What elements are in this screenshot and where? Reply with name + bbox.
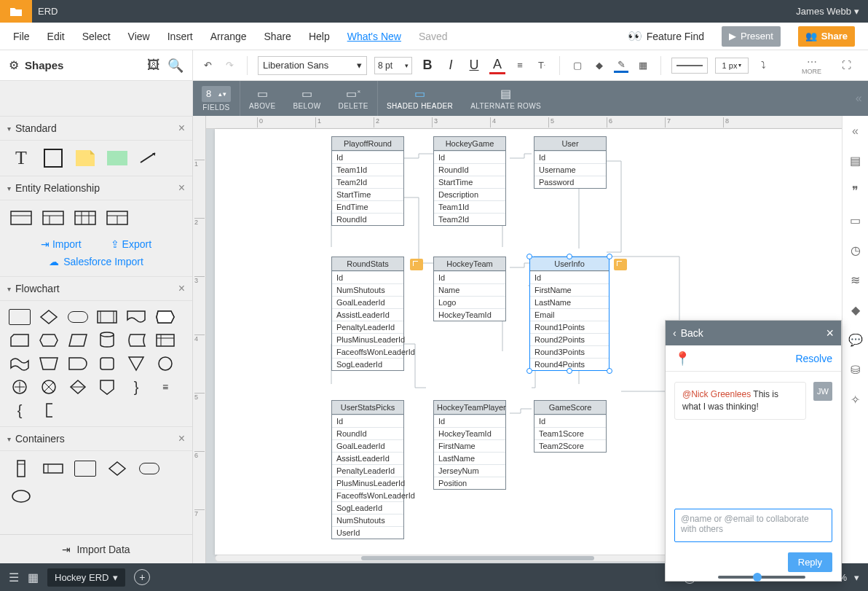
menu-help[interactable]: Help xyxy=(309,31,330,42)
block-shape[interactable] xyxy=(106,149,128,167)
group-flowchart[interactable]: ▾Flowchart× xyxy=(0,276,192,301)
fc-collate[interactable] xyxy=(96,355,118,372)
entity-field[interactable]: Round3Points xyxy=(530,345,609,358)
close-icon[interactable]: × xyxy=(178,432,185,445)
entity-field[interactable]: NumShutouts xyxy=(332,283,403,296)
entity-field[interactable]: Id xyxy=(534,415,606,427)
menu-file[interactable]: File xyxy=(13,31,30,42)
font-size-select[interactable]: 8 pt ▾ xyxy=(374,57,412,74)
entity-field[interactable]: GoalLeaderId xyxy=(332,439,403,452)
shaded-header[interactable]: ▭ SHADED HEADER xyxy=(378,81,462,116)
redo-icon[interactable]: ↷ xyxy=(222,58,237,73)
menu-select[interactable]: Select xyxy=(82,31,111,42)
entity-field[interactable]: Id xyxy=(434,271,505,283)
menu-share[interactable]: Share xyxy=(264,31,291,42)
fc-sum[interactable] xyxy=(9,378,31,396)
fc-or[interactable] xyxy=(38,378,60,396)
entity-field[interactable]: FirstName xyxy=(434,439,505,452)
entity-user[interactable]: User IdUsernamePassword xyxy=(534,136,607,189)
entity-field[interactable]: RoundId xyxy=(332,427,403,439)
user-menu[interactable]: James Webb ▾ xyxy=(796,6,859,17)
underline-button[interactable]: U xyxy=(466,58,482,73)
font-select[interactable]: Liberation Sans ▾ xyxy=(258,56,367,75)
layers-icon[interactable]: ≋ xyxy=(851,273,860,287)
line-style-select[interactable] xyxy=(671,58,708,74)
salesforce-import[interactable]: ☁Salesforce Import xyxy=(49,256,143,267)
entity-userstatspicks[interactable]: UserStatsPicks IdRoundIdGoalLeaderIdAssi… xyxy=(331,400,404,539)
entity-hockeyteamplayer[interactable]: HockeyTeamPlayer IdHockeyTeamIdFirstName… xyxy=(433,400,506,490)
group-containers[interactable]: ▾Containers× xyxy=(0,426,192,451)
share-button[interactable]: 👥 Share xyxy=(798,26,855,47)
fc-predef[interactable] xyxy=(96,308,118,326)
entity-field[interactable]: JerseyNum xyxy=(434,464,505,477)
entity-field[interactable]: Id xyxy=(434,415,505,427)
entity-field[interactable]: LastName xyxy=(434,452,505,464)
alternate-rows[interactable]: ▤ ALTERNATE ROWS xyxy=(462,81,550,116)
fc-internal[interactable] xyxy=(154,332,176,349)
entity-field[interactable]: EndTime xyxy=(332,200,403,213)
list-view-icon[interactable]: ☰ xyxy=(9,571,19,584)
collapse-dock-icon[interactable]: « xyxy=(852,125,859,138)
entity-field[interactable]: LastName xyxy=(530,296,609,308)
reply-input[interactable]: @name or @email to collaborate with othe… xyxy=(674,509,832,542)
entity-field[interactable]: HockeyTeamId xyxy=(434,427,505,439)
menu-whats-new[interactable]: What's New xyxy=(347,31,401,42)
entity-field[interactable]: StartTime xyxy=(332,188,403,200)
comment-indicator[interactable] xyxy=(614,259,627,270)
entity-field[interactable]: FirstName xyxy=(530,283,609,296)
er-shape-1[interactable] xyxy=(10,209,32,227)
entity-field[interactable]: SogLeaderId xyxy=(332,501,403,514)
fc-doc[interactable] xyxy=(125,308,147,326)
entity-field[interactable]: Round2Points xyxy=(530,333,609,345)
er-shape-4[interactable] xyxy=(106,209,128,227)
fc-diamond[interactable] xyxy=(38,308,60,326)
menu-insert[interactable]: Insert xyxy=(167,31,193,42)
back-button[interactable]: ‹ Back xyxy=(673,327,703,339)
entity-field[interactable]: RoundId xyxy=(434,163,505,176)
document-title[interactable]: ERD xyxy=(38,6,58,17)
entity-field[interactable]: UserId xyxy=(332,526,403,539)
fullscreen-icon[interactable]: ⛶ xyxy=(839,58,853,73)
entity-field[interactable]: Team2Score xyxy=(534,439,606,452)
entity-field[interactable]: Username xyxy=(534,163,606,176)
cont-rect[interactable] xyxy=(74,460,96,477)
text-shape[interactable]: T xyxy=(10,149,32,167)
present-button[interactable]: ▶ Present xyxy=(722,26,781,47)
paint-icon[interactable]: ◆ xyxy=(851,303,860,317)
undo-icon[interactable]: ↶ xyxy=(200,58,215,73)
text-color-button[interactable]: A xyxy=(489,57,505,74)
entity-field[interactable]: Team2Id xyxy=(434,213,505,225)
entity-field[interactable]: Id xyxy=(530,271,609,283)
fill-icon[interactable]: ◆ xyxy=(592,58,607,73)
resolve-button[interactable]: Resolve xyxy=(795,353,832,364)
fc-sort[interactable] xyxy=(67,378,89,396)
fc-brace2[interactable]: { xyxy=(9,402,31,419)
fc-connector[interactable] xyxy=(154,355,176,372)
shape-options-icon[interactable]: ▦ xyxy=(636,58,650,73)
cont-ellipse[interactable] xyxy=(10,488,32,505)
entity-roundstats[interactable]: RoundStats IdNumShutoutsGoalLeaderIdAssi… xyxy=(331,257,404,371)
fc-hex[interactable] xyxy=(38,332,60,349)
frame-icon[interactable]: ▢ xyxy=(570,58,585,73)
import-data-button[interactable]: ⇥ Import Data xyxy=(0,534,192,563)
entity-field[interactable]: FaceoffsWonLeaderId xyxy=(332,345,403,358)
close-icon[interactable]: × xyxy=(178,122,185,135)
border-color-icon[interactable]: ✎ xyxy=(614,58,628,73)
entity-field[interactable]: Team1Id xyxy=(434,200,505,213)
group-er[interactable]: ▾Entity Relationship× xyxy=(0,176,192,200)
image-icon[interactable]: 🖼 xyxy=(147,58,160,73)
entity-field[interactable]: PlusMinusLeaderId xyxy=(332,333,403,345)
er-shape-3[interactable] xyxy=(74,209,96,227)
entity-field[interactable]: Round1Points xyxy=(530,321,609,333)
entity-field[interactable]: NumShutouts xyxy=(332,514,403,526)
entity-field[interactable]: Team1Id xyxy=(332,163,403,176)
entity-field[interactable]: SogLeaderId xyxy=(332,358,403,370)
fc-card[interactable] xyxy=(9,332,31,349)
feature-find[interactable]: 👀 Feature Find xyxy=(628,29,704,43)
fc-delay[interactable] xyxy=(67,355,89,372)
fc-manual[interactable] xyxy=(38,355,60,372)
folder-icon[interactable] xyxy=(0,0,32,23)
cont-pill[interactable] xyxy=(138,460,160,477)
bold-button[interactable]: B xyxy=(419,58,435,73)
entity-field[interactable]: RoundId xyxy=(332,213,403,225)
